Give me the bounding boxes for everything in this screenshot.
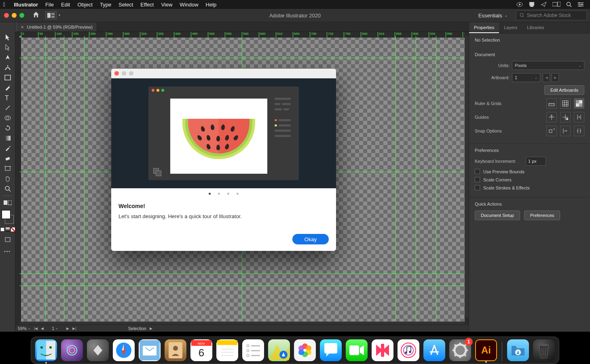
dock-contacts[interactable] — [165, 339, 186, 361]
document-tab[interactable]: × Untitled-1 @ 59% (RGB/Preview) — [17, 23, 97, 32]
pen-tool[interactable] — [2, 53, 14, 62]
artboard-prev-button[interactable]: ◀ — [543, 73, 550, 82]
grid-toggle-button[interactable] — [560, 98, 571, 109]
dock-trash[interactable] — [533, 339, 555, 361]
menu-app[interactable]: Illustrator — [10, 2, 42, 8]
horizontal-ruler[interactable]: 0501001502002503003243504004505005505606… — [21, 32, 465, 38]
dock-illustrator[interactable]: Ai — [475, 339, 497, 361]
tray-icon[interactable] — [526, 2, 538, 7]
artboard-tool[interactable] — [2, 164, 14, 173]
control-center-icon[interactable] — [575, 2, 587, 7]
menu-object[interactable]: Object — [74, 2, 96, 8]
artboard-next-button[interactable]: ▶ — [552, 73, 559, 82]
units-dropdown[interactable]: Pixels⌄ — [512, 61, 584, 70]
spotlight-icon[interactable] — [563, 2, 575, 7]
none-color-icon[interactable] — [11, 227, 15, 231]
paintbrush-tool[interactable] — [2, 83, 14, 92]
screens-icon[interactable] — [550, 2, 563, 7]
selection-tool[interactable] — [2, 33, 14, 42]
menu-view[interactable]: View — [157, 2, 176, 8]
document-setup-button[interactable]: Document Setup — [475, 210, 520, 220]
dock-downloads[interactable] — [507, 339, 529, 361]
dock-facetime[interactable] — [346, 339, 368, 361]
type-tool[interactable]: T — [2, 93, 14, 102]
dock-calendar[interactable]: NOV6 — [190, 339, 212, 361]
next-artboard-button[interactable]: ▶ — [66, 326, 69, 330]
gradient-color-icon[interactable] — [6, 227, 10, 231]
zoom-tool[interactable] — [2, 184, 14, 193]
menu-select[interactable]: Select — [115, 2, 137, 8]
curvature-tool[interactable] — [2, 63, 14, 72]
page-dot-2[interactable] — [218, 193, 220, 195]
snap-to-grid-button[interactable] — [574, 126, 584, 136]
apple-menu[interactable]:  — [3, 1, 5, 8]
arrange-documents-button[interactable] — [45, 11, 57, 19]
menu-file[interactable]: File — [42, 2, 57, 8]
menu-window[interactable]: Window — [176, 2, 202, 8]
scale-corners-checkbox[interactable]: Scale Corners — [475, 177, 584, 182]
dock-appstore[interactable] — [423, 339, 445, 361]
color-swatches[interactable] — [1, 210, 15, 224]
menu-effect[interactable]: Effect — [137, 2, 157, 8]
window-close-button[interactable] — [4, 13, 9, 18]
preferences-button[interactable]: Preferences — [524, 210, 560, 220]
dock-mail[interactable] — [139, 339, 161, 361]
dock-launchpad[interactable] — [87, 339, 109, 361]
dock-news[interactable] — [372, 339, 393, 361]
status-play-button[interactable]: ▶ — [150, 326, 152, 330]
lock-guides-button[interactable] — [560, 112, 571, 122]
edit-toolbar-button[interactable]: ••• — [4, 249, 11, 254]
dock-reminders[interactable] — [242, 339, 264, 361]
artboard-nav-dropdown[interactable]: 1⌄ — [47, 326, 63, 331]
dock-photos[interactable] — [294, 339, 316, 361]
artboard-dropdown[interactable]: 1⌄ — [512, 73, 540, 82]
hand-tool[interactable] — [2, 174, 14, 183]
dock-notes[interactable] — [216, 339, 238, 361]
window-minimize-button[interactable] — [12, 13, 17, 18]
menu-help[interactable]: Help — [202, 2, 220, 8]
last-artboard-button[interactable]: ▶| — [72, 326, 76, 330]
menu-type[interactable]: Type — [96, 2, 115, 8]
rectangle-tool[interactable] — [2, 73, 14, 82]
shape-builder-tool[interactable] — [2, 114, 14, 122]
line-tool[interactable] — [2, 103, 14, 112]
first-artboard-button[interactable]: |◀ — [34, 326, 38, 330]
dialog-okay-button[interactable]: Okay — [292, 234, 329, 244]
tab-libraries[interactable]: Libraries — [522, 22, 549, 33]
page-dot-1[interactable] — [209, 193, 211, 195]
fill-stroke-toggle[interactable] — [2, 198, 14, 207]
preview-bounds-checkbox[interactable]: Use Preview Bounds — [475, 169, 584, 174]
transparency-grid-button[interactable] — [574, 98, 584, 109]
menu-edit[interactable]: Edit — [57, 2, 74, 8]
eyedropper-tool[interactable] — [2, 144, 14, 153]
dock-music[interactable] — [398, 339, 419, 361]
snap-to-point-button[interactable] — [560, 126, 571, 136]
home-button[interactable] — [32, 11, 40, 19]
rotate-tool[interactable] — [2, 124, 14, 133]
vertical-ruler[interactable] — [15, 38, 21, 322]
dock-messages[interactable] — [320, 339, 342, 361]
vertical-scrollbar[interactable] — [465, 36, 469, 318]
dock-siri[interactable] — [61, 339, 83, 361]
dock-maps[interactable] — [268, 339, 290, 361]
scale-strokes-checkbox[interactable]: Scale Strokes & Effects — [475, 185, 584, 190]
snap-to-pixel-button[interactable] — [546, 126, 557, 136]
prev-artboard-button[interactable]: ◀ — [41, 326, 44, 330]
zoom-dropdown[interactable]: 59%⌄ — [18, 326, 31, 331]
page-dot-3[interactable] — [227, 193, 229, 195]
paperplane-icon[interactable] — [538, 2, 550, 7]
smart-guides-button[interactable] — [574, 112, 584, 122]
tab-properties[interactable]: Properties — [469, 22, 499, 33]
tab-layers[interactable]: Layers — [499, 22, 522, 33]
fill-color[interactable] — [2, 210, 11, 219]
stock-search-input[interactable]: Search Adobe Stock — [516, 11, 587, 20]
workspace-switcher[interactable]: Essentials⌄ — [474, 11, 512, 20]
dock-safari[interactable] — [113, 339, 135, 361]
eraser-tool[interactable] — [2, 154, 14, 163]
dock-finder[interactable] — [35, 339, 57, 361]
keyboard-increment-input[interactable] — [526, 157, 546, 166]
dock-settings[interactable]: 1 — [449, 339, 471, 361]
ruler-toggle-button[interactable] — [546, 98, 557, 109]
gradient-tool[interactable] — [2, 134, 14, 143]
solid-color-icon[interactable] — [0, 227, 4, 231]
